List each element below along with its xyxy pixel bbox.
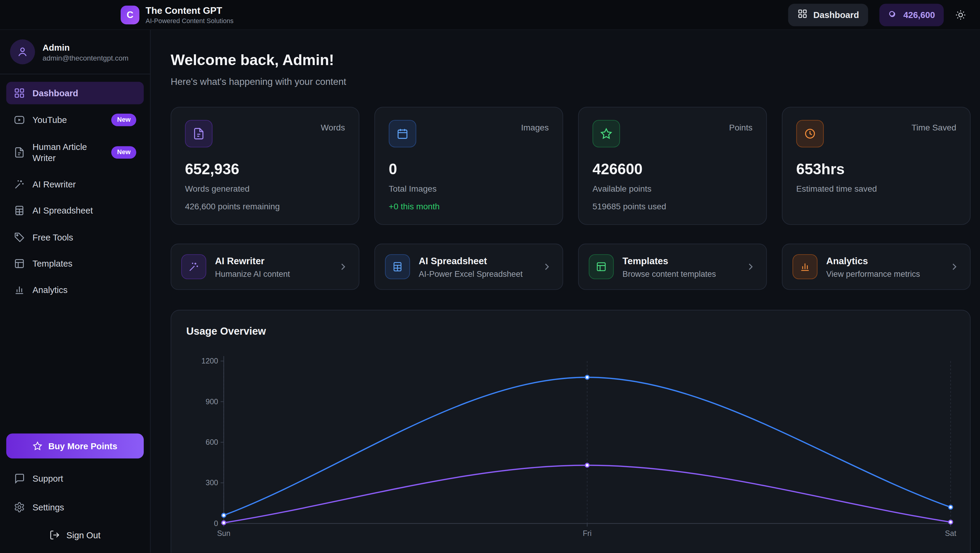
- quick-action-templates[interactable]: Templates Browse content templates: [578, 243, 767, 290]
- svg-text:Sat: Sat: [945, 529, 956, 537]
- wand-icon: [181, 254, 206, 279]
- coins-icon: [888, 10, 898, 19]
- usage-overview-card: Usage Overview SunFriSat03006009001200: [171, 310, 971, 553]
- person-icon: [16, 46, 29, 58]
- sidebar-item-label: Free Tools: [32, 232, 73, 243]
- svg-text:Sun: Sun: [217, 529, 230, 537]
- new-badge: New: [111, 146, 136, 159]
- stat-secondary: [796, 202, 956, 212]
- header-dashboard-label: Dashboard: [813, 10, 859, 19]
- stat-cards-row: Words 652,936 Words generated 426,600 po…: [171, 107, 971, 225]
- svg-text:900: 900: [205, 397, 218, 406]
- bar-chart-icon: [14, 284, 25, 296]
- stat-label: Time Saved: [912, 123, 956, 132]
- sign-out-button[interactable]: Sign Out: [0, 518, 150, 553]
- document-icon: [185, 120, 213, 148]
- sidebar-item-human-article-writer[interactable]: Human Article Writer New: [6, 135, 144, 170]
- clock-icon: [796, 120, 824, 148]
- app-subtitle: AI-Powered Content Solutions: [146, 17, 234, 24]
- stat-secondary: +0 this month: [389, 202, 549, 212]
- tag-icon: [14, 232, 25, 243]
- quick-action-analytics[interactable]: Analytics View performance metrics: [782, 243, 971, 290]
- points-balance-badge[interactable]: 426,600: [880, 3, 944, 26]
- wand-icon: [14, 179, 25, 190]
- gear-icon: [14, 501, 25, 513]
- grid-icon: [14, 87, 25, 99]
- action-title: Analytics: [826, 255, 920, 266]
- sidebar-item-templates[interactable]: Templates: [6, 252, 144, 275]
- stat-description: Total Images: [389, 184, 549, 194]
- sidebar: Admin admin@thecontentgpt.com Dashboard …: [0, 30, 151, 553]
- quick-action-ai-spreadsheet[interactable]: AI Spreadsheet AI-Power Excel Spreadshee…: [374, 243, 563, 290]
- top-bar: C The Content GPT AI-Powered Content Sol…: [0, 0, 980, 30]
- viewport: C The Content GPT AI-Powered Content Sol…: [0, 0, 980, 553]
- sidebar-item-ai-rewriter[interactable]: AI Rewriter: [6, 173, 144, 195]
- sidebar-item-label: AI Rewriter: [32, 179, 76, 190]
- usage-overview-title: Usage Overview: [186, 326, 955, 337]
- user-profile[interactable]: Admin admin@thecontentgpt.com: [0, 30, 150, 75]
- page-title: Welcome back, Admin!: [171, 51, 971, 69]
- app-title: The Content GPT: [146, 5, 234, 16]
- star-icon: [593, 120, 620, 148]
- chevron-right-icon: [949, 261, 960, 272]
- sidebar-item-settings[interactable]: Settings: [6, 496, 144, 518]
- sidebar-item-free-tools[interactable]: Free Tools: [6, 226, 144, 248]
- quick-action-ai-rewriter[interactable]: AI Rewriter Humanize AI content: [171, 243, 360, 290]
- page-subtitle: Here's what's happening with your conten…: [171, 76, 971, 87]
- chevron-right-icon: [745, 261, 756, 272]
- sidebar-item-youtube[interactable]: YouTube New: [6, 108, 144, 132]
- buy-more-points-label: Buy More Points: [48, 441, 117, 451]
- chevron-right-icon: [337, 261, 349, 272]
- spreadsheet-icon: [14, 205, 25, 216]
- stat-label: Points: [729, 123, 752, 132]
- sidebar-item-label: Human Article Writer: [32, 141, 100, 164]
- sun-icon: [955, 9, 966, 20]
- youtube-icon: [14, 114, 25, 126]
- sidebar-item-analytics[interactable]: Analytics: [6, 279, 144, 301]
- main-content: Welcome back, Admin! Here's what's happe…: [151, 30, 980, 553]
- buy-more-points-button[interactable]: Buy More Points: [6, 433, 144, 458]
- logout-icon: [49, 529, 60, 540]
- brand[interactable]: C The Content GPT AI-Powered Content Sol…: [121, 5, 234, 24]
- user-email: admin@thecontentgpt.com: [43, 54, 129, 62]
- svg-text:300: 300: [205, 478, 218, 487]
- svg-text:0: 0: [214, 519, 218, 528]
- theme-toggle-button[interactable]: [955, 9, 966, 20]
- action-subtitle: AI-Power Excel Spreadsheet: [419, 269, 523, 278]
- sidebar-item-support[interactable]: Support: [6, 467, 144, 489]
- grid-icon: [797, 9, 807, 21]
- svg-text:1200: 1200: [201, 357, 218, 365]
- stat-secondary: 519685 points used: [593, 202, 752, 212]
- stat-description: Estimated time saved: [796, 184, 956, 194]
- sidebar-item-label: Dashboard: [32, 87, 78, 99]
- chat-bubble-icon: [14, 473, 25, 484]
- stat-description: Words generated: [185, 184, 345, 194]
- sidebar-item-label: Analytics: [32, 284, 67, 296]
- action-subtitle: View performance metrics: [826, 269, 920, 278]
- stat-secondary: 426,600 points remaining: [185, 202, 345, 212]
- header-dashboard-button[interactable]: Dashboard: [788, 3, 869, 26]
- points-balance-value: 426,600: [904, 10, 935, 19]
- sidebar-item-label: YouTube: [32, 114, 67, 126]
- sidebar-nav: Dashboard YouTube New Human Article Writ…: [0, 75, 150, 301]
- sidebar-item-ai-spreadsheet[interactable]: AI Spreadsheet: [6, 199, 144, 222]
- stat-value: 0: [389, 160, 549, 178]
- calendar-icon: [389, 120, 417, 148]
- sidebar-item-label: Support: [32, 473, 63, 484]
- action-title: Templates: [623, 255, 716, 266]
- stat-card-words: Words 652,936 Words generated 426,600 po…: [171, 107, 360, 225]
- avatar: [10, 39, 35, 64]
- spreadsheet-icon: [385, 254, 410, 279]
- sidebar-footer-nav: Support Settings: [0, 464, 150, 518]
- stat-value: 652,936: [185, 160, 345, 178]
- action-title: AI Spreadsheet: [419, 255, 523, 266]
- file-text-icon: [14, 147, 25, 158]
- sidebar-item-label: Settings: [32, 501, 64, 513]
- action-title: AI Rewriter: [215, 255, 290, 266]
- layout-icon: [589, 254, 614, 279]
- sidebar-item-dashboard[interactable]: Dashboard: [6, 82, 144, 104]
- sidebar-item-label: Templates: [32, 258, 72, 269]
- chevron-right-icon: [541, 261, 552, 272]
- stat-card-images: Images 0 Total Images +0 this month: [374, 107, 563, 225]
- usage-chart: SunFriSat03006009001200: [186, 351, 956, 546]
